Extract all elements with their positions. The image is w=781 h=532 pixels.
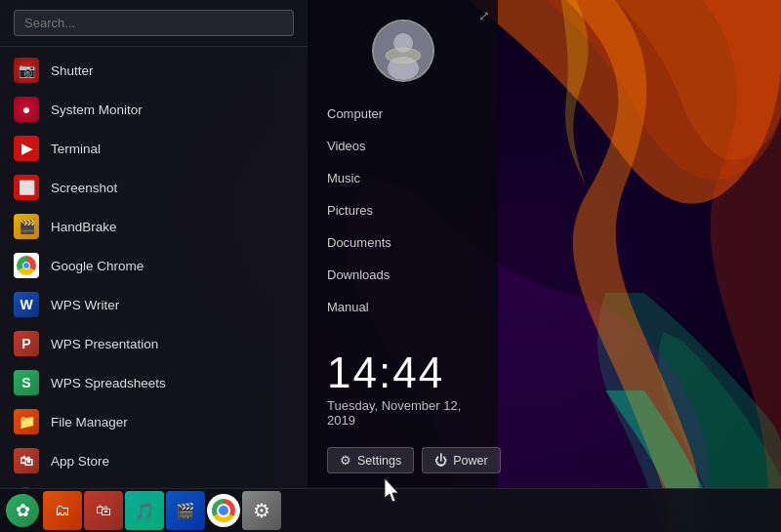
app-item-screenshot[interactable]: ⬜Screenshot	[0, 168, 308, 207]
app-icon-screenshot: ⬜	[14, 175, 39, 200]
app-icon-wps-writer: W	[14, 292, 39, 317]
app-icon-shutter: 📷	[14, 58, 39, 83]
app-item-shutter[interactable]: 📷Shutter	[0, 51, 308, 90]
app-label-system-monitor: System Monitor	[51, 102, 143, 117]
app-icon-file-manager: 📁	[14, 409, 39, 434]
settings-button[interactable]: ⚙ Settings	[327, 447, 414, 473]
app-label-wps-spread: WPS Spreadsheets	[51, 376, 166, 390]
app-list: 📷Shutter●System Monitor▶Terminal⬜Screens…	[0, 47, 308, 493]
app-icon-app-store: 🛍	[14, 448, 39, 473]
app-icon-wps-pres: P	[14, 331, 39, 356]
app-label-app-store: App Store	[51, 454, 109, 469]
clock-section: 14:44 Tuesday, November 12, 2019	[308, 332, 498, 437]
maximize-button[interactable]: ⤢	[478, 8, 490, 23]
place-item-pictures[interactable]: Pictures	[308, 194, 498, 226]
settings-label: Settings	[357, 454, 401, 468]
app-item-wps-spread[interactable]: SWPS Spreadsheets	[0, 363, 308, 402]
start-menu: 📷Shutter●System Monitor▶Terminal⬜Screens…	[0, 0, 308, 493]
taskbar-media[interactable]: 🎵	[125, 491, 164, 530]
place-item-manual[interactable]: Manual	[308, 291, 498, 323]
places-list: ComputerVideosMusicPicturesDocumentsDown…	[308, 98, 498, 323]
places-panel: ⤢ ComputerVideosMusicPicturesDocumentsDo…	[308, 0, 498, 493]
app-icon-chrome	[14, 253, 39, 278]
search-bar	[0, 0, 308, 47]
clock-time: 14:44	[327, 351, 478, 394]
power-label: Power	[453, 454, 487, 468]
app-label-wps-pres: WPS Presentation	[51, 337, 158, 351]
app-item-wps-pres[interactable]: PWPS Presentation	[0, 324, 308, 363]
power-button[interactable]: ⏻ Power	[422, 447, 500, 473]
app-icon-handbrake: 🎬	[14, 214, 39, 239]
app-item-system-monitor[interactable]: ●System Monitor	[0, 90, 308, 129]
place-item-computer[interactable]: Computer	[308, 98, 498, 130]
taskbar-file-manager[interactable]: 🗂	[43, 491, 82, 530]
place-item-videos[interactable]: Videos	[308, 130, 498, 162]
app-label-handbrake: HandBrake	[51, 220, 117, 234]
taskbar: ✿ 🗂 🛍 🎵 🎬 ⚙	[0, 488, 781, 532]
settings-icon: ⚙	[340, 453, 351, 468]
taskbar-chrome[interactable]	[207, 494, 240, 527]
bottom-buttons: ⚙ Settings ⏻ Power	[308, 437, 498, 493]
app-label-chrome: Google Chrome	[51, 259, 144, 273]
chrome-ring-icon	[212, 499, 235, 522]
place-item-documents[interactable]: Documents	[308, 226, 498, 259]
app-item-handbrake[interactable]: 🎬HandBrake	[0, 207, 308, 246]
app-label-screenshot: Screenshot	[51, 181, 117, 195]
app-icon-system-monitor: ●	[14, 97, 39, 122]
app-label-file-manager: File Manager	[51, 415, 128, 430]
place-item-downloads[interactable]: Downloads	[308, 259, 498, 291]
app-item-terminal[interactable]: ▶Terminal	[0, 129, 308, 168]
taskbar-video[interactable]: 🎬	[166, 491, 205, 530]
app-icon-terminal: ▶	[14, 136, 39, 161]
app-item-app-store[interactable]: 🛍App Store	[0, 441, 308, 480]
app-icon-wps-spread: S	[14, 370, 39, 395]
place-item-music[interactable]: Music	[308, 162, 498, 194]
app-item-wps-writer[interactable]: WWPS Writer	[0, 285, 308, 324]
app-item-chrome[interactable]: Google Chrome	[0, 246, 308, 285]
app-label-wps-writer: WPS Writer	[51, 298, 119, 312]
svg-point-4	[386, 48, 421, 63]
power-icon: ⏻	[434, 453, 447, 468]
start-button[interactable]: ✿	[6, 494, 39, 527]
user-avatar	[372, 20, 434, 82]
clock-date: Tuesday, November 12, 2019	[327, 398, 478, 428]
app-label-shutter: Shutter	[51, 63, 94, 78]
app-item-file-manager[interactable]: 📁File Manager	[0, 402, 308, 441]
app-label-terminal: Terminal	[51, 142, 101, 156]
search-input[interactable]	[14, 10, 294, 36]
taskbar-settings[interactable]: ⚙	[242, 491, 281, 530]
taskbar-app-store[interactable]: 🛍	[84, 491, 123, 530]
